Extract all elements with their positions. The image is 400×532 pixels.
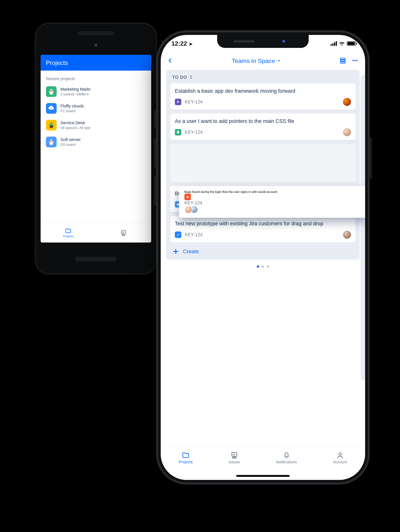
card-title: Bugs found during the login flow the use… bbox=[184, 190, 362, 194]
tab-label: Notifications bbox=[276, 460, 297, 464]
svg-point-15 bbox=[339, 453, 341, 455]
project-text: Soft server SS board bbox=[61, 137, 81, 147]
bug-icon bbox=[184, 194, 191, 200]
column-count: 5 bbox=[190, 75, 192, 80]
wifi-icon bbox=[339, 41, 345, 46]
android-header-title: Projects bbox=[41, 55, 151, 71]
svg-point-0 bbox=[50, 90, 51, 91]
project-row-marketing[interactable]: Marketing Madn 2 boards: MMM b bbox=[41, 83, 151, 100]
project-row-fluffy[interactable]: Fluffy clouds FC board bbox=[41, 100, 151, 117]
folder-icon bbox=[182, 451, 190, 459]
page-indicator bbox=[166, 266, 360, 268]
issue-card[interactable]: Test new prototype with existing Jira cu… bbox=[170, 216, 356, 242]
issue-key: KEY-124 bbox=[184, 200, 362, 205]
assignee-avatar bbox=[343, 128, 351, 136]
task-icon bbox=[175, 231, 181, 238]
project-text: Fluffy clouds FC board bbox=[61, 103, 84, 113]
location-icon: ➤ bbox=[189, 41, 193, 47]
status-right bbox=[331, 41, 356, 46]
card-title: As a user I want to add pointers to the … bbox=[175, 118, 351, 125]
next-column-peek[interactable] bbox=[361, 75, 365, 380]
svg-point-10 bbox=[352, 60, 354, 61]
create-issue-button[interactable]: Create bbox=[170, 246, 356, 255]
person-icon bbox=[336, 451, 344, 459]
iphone-side-button bbox=[370, 137, 372, 179]
svg-point-11 bbox=[354, 60, 356, 61]
svg-rect-9 bbox=[340, 62, 345, 63]
board-view-button[interactable] bbox=[339, 57, 346, 64]
home-indicator[interactable] bbox=[236, 475, 289, 477]
story-icon bbox=[175, 129, 181, 135]
more-horizontal-icon bbox=[352, 57, 358, 64]
issues-icon bbox=[120, 229, 127, 236]
more-button[interactable] bbox=[352, 57, 358, 64]
project-text: Service Desk 18 queues: All ope bbox=[61, 120, 90, 130]
android-tabbar: Projects bbox=[41, 223, 151, 242]
bell-icon bbox=[283, 451, 290, 459]
issue-card[interactable]: Establish a basic app dev framework movi… bbox=[170, 83, 356, 110]
project-text: Marketing Madn 2 boards: MMM b bbox=[61, 87, 91, 96]
project-title: Soft server bbox=[61, 137, 81, 142]
tab-notifications[interactable]: Notifications bbox=[276, 451, 297, 464]
card-title: Establish a basic app dev framework movi… bbox=[175, 88, 351, 95]
svg-point-5 bbox=[52, 141, 52, 141]
tab-account[interactable]: Account bbox=[333, 451, 347, 464]
status-time: 12:22 bbox=[171, 40, 187, 47]
android-tab-issues[interactable] bbox=[96, 229, 151, 236]
issue-key: KEY-124 bbox=[185, 130, 203, 135]
nav-bar: Teams in Space bbox=[161, 52, 365, 70]
project-icon bbox=[46, 103, 57, 114]
project-subtitle: SS board bbox=[61, 142, 81, 147]
tab-label: Issues bbox=[229, 460, 240, 464]
iphone-volume-up bbox=[154, 137, 156, 168]
android-screen: Projects Recent projects Marketing Madn … bbox=[41, 55, 151, 242]
project-icon bbox=[46, 86, 57, 97]
project-row-servicedesk[interactable]: Service Desk 18 queues: All ope bbox=[41, 117, 151, 133]
board-title: Teams in Space bbox=[232, 57, 275, 64]
project-subtitle: FC board bbox=[61, 109, 84, 113]
svg-point-12 bbox=[356, 60, 358, 61]
tab-projects[interactable]: Projects bbox=[179, 451, 193, 464]
project-title: Fluffy clouds bbox=[61, 103, 84, 109]
issue-key: KEY-124 bbox=[185, 99, 203, 105]
create-label: Create bbox=[183, 248, 199, 254]
project-title: Marketing Madn bbox=[61, 87, 91, 92]
svg-point-4 bbox=[50, 141, 51, 141]
chevron-left-icon bbox=[168, 58, 173, 63]
iphone-mute-switch bbox=[154, 110, 156, 128]
page-dot-active bbox=[257, 266, 259, 268]
issues-icon bbox=[230, 451, 238, 459]
assignee-avatar bbox=[343, 231, 351, 239]
board-column-todo: TO DO 5 Establish a basic app dev framew… bbox=[166, 70, 360, 260]
svg-point-1 bbox=[52, 90, 52, 91]
issue-card[interactable]: As a user I want to add pointers to the … bbox=[170, 114, 356, 140]
project-subtitle: 2 boards: MMM b bbox=[61, 92, 91, 96]
plus-icon bbox=[172, 248, 179, 255]
caret-down-icon bbox=[277, 59, 281, 63]
iphone-screen: 12:22 ➤ Teams in Space bbox=[161, 35, 365, 480]
project-row-softserver[interactable]: Soft server SS board bbox=[41, 133, 151, 150]
folder-icon bbox=[65, 228, 72, 234]
android-tab-projects[interactable]: Projects bbox=[41, 228, 96, 238]
tab-label: Account bbox=[333, 460, 347, 464]
android-phone-frame: Projects Recent projects Marketing Madn … bbox=[35, 23, 157, 275]
issue-key: KEY-124 bbox=[185, 232, 203, 237]
svg-rect-7 bbox=[340, 58, 345, 59]
epic-icon bbox=[175, 99, 181, 105]
project-icon bbox=[46, 120, 57, 131]
tab-issues[interactable]: Issues bbox=[229, 451, 240, 464]
svg-rect-8 bbox=[340, 60, 345, 61]
project-icon bbox=[46, 137, 57, 147]
iphone-frame: 12:22 ➤ Teams in Space bbox=[156, 30, 370, 484]
assignee-avatar bbox=[184, 205, 192, 214]
battery-icon bbox=[347, 41, 356, 46]
issue-card-dragged[interactable]: Bugs found during the login flow the use… bbox=[179, 186, 365, 218]
cellular-icon bbox=[331, 41, 337, 46]
android-camera bbox=[94, 43, 98, 47]
board-picker[interactable]: Teams in Space bbox=[232, 57, 281, 64]
svg-point-3 bbox=[52, 108, 52, 108]
stack-icon bbox=[339, 57, 346, 64]
assignee-avatar bbox=[343, 98, 351, 106]
svg-point-2 bbox=[50, 108, 51, 108]
back-button[interactable] bbox=[168, 58, 173, 64]
